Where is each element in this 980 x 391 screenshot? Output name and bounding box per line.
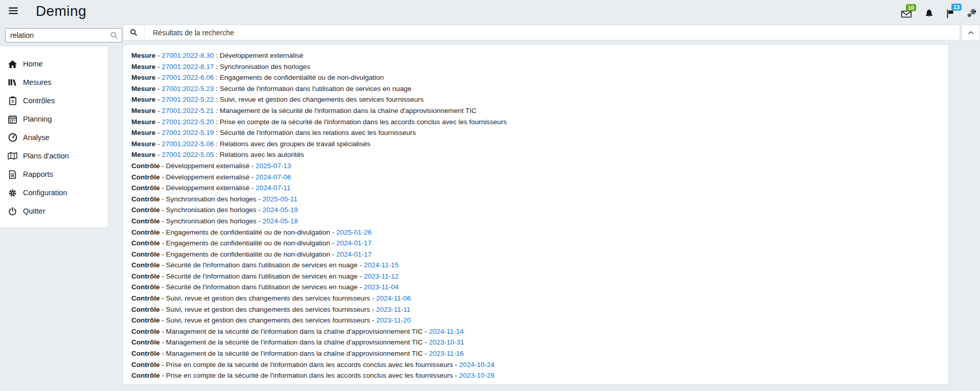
sidebar-item-planning[interactable]: Planning	[0, 110, 108, 128]
measure-ref-link[interactable]: 27001:2022-5.22	[162, 96, 214, 103]
flag-icon[interactable]: 13	[946, 9, 954, 18]
result-row: Mesure - 27001:2022-6.06 : Engagements d…	[131, 72, 940, 83]
result-type: Mesure	[131, 96, 155, 103]
bell-icon[interactable]	[924, 9, 934, 18]
control-date-link[interactable]: 2023-11-04	[364, 283, 399, 291]
result-desc: Management de la sécurité de l'informati…	[166, 350, 423, 357]
sidebar-search-input[interactable]	[5, 28, 122, 42]
report-icon	[7, 170, 18, 179]
control-date-link[interactable]: 2025-07-13	[256, 162, 291, 170]
control-date-link[interactable]: 2024-11-14	[429, 328, 464, 335]
search-results-list: Mesure - 27001:2022-8.30 : Développement…	[123, 44, 949, 385]
control-date-link[interactable]: 2024-05-19	[263, 206, 298, 214]
control-date-link[interactable]: 2024-11-06	[376, 294, 411, 302]
result-type: Contrôle	[131, 228, 160, 236]
measure-ref-link[interactable]: 27001:2022-8.30	[162, 52, 214, 59]
result-row: Mesure - 27001:2022-5.22 : Suivi, revue …	[131, 94, 940, 105]
result-row: Contrôle - Synchronisation des horloges …	[131, 194, 940, 205]
result-desc: Développement externalisé	[166, 173, 250, 181]
sidebar-item-mesures[interactable]: Mesures	[0, 73, 108, 91]
books-icon	[7, 78, 18, 86]
result-desc: Prise en compte de la sécurité de l'info…	[166, 361, 453, 369]
result-type: Contrôle	[131, 283, 160, 291]
measure-ref-link[interactable]: 27001:2022-5.21	[162, 107, 214, 114]
sidebar-item-plans-daction[interactable]: Plans d'action	[0, 147, 108, 165]
control-date-link[interactable]: 2024-07-11	[256, 184, 290, 192]
control-date-link[interactable]: 2023-11-12	[364, 272, 399, 280]
result-type: Mesure	[131, 85, 155, 93]
gears-icon[interactable]	[967, 8, 977, 18]
control-date-link[interactable]: 2023-10-31	[429, 338, 464, 346]
sidebar-search	[5, 28, 122, 42]
sidebar-item-home[interactable]: Home	[0, 55, 108, 73]
mail-badge: 10	[906, 4, 916, 11]
menu-toggle-icon[interactable]	[9, 7, 18, 14]
sidebar-item-label: Planning	[23, 115, 52, 123]
measure-ref-link[interactable]: 27001:2022-5.19	[162, 129, 214, 136]
measure-ref-link[interactable]: 27001:2022-5.20	[162, 118, 214, 126]
result-desc: Prise en compte de la sécurité de l'info…	[220, 118, 507, 126]
result-desc: Sécurité de l'information dans les relat…	[220, 129, 416, 136]
measure-ref-link[interactable]: 27001:2022-6.06	[162, 74, 214, 81]
result-desc: Développement externalisé	[166, 162, 250, 170]
result-row: Contrôle - Engagements de confidentialit…	[131, 249, 940, 260]
sidebar-item-label: Home	[23, 60, 43, 68]
sidebar-item-rapports[interactable]: Rapports	[0, 165, 108, 183]
measure-ref-link[interactable]: 27001:2022-8.17	[162, 63, 214, 71]
mail-icon[interactable]: 10	[901, 10, 912, 18]
sidebar-item-controles[interactable]: Contrôles	[0, 91, 108, 110]
result-type: Contrôle	[131, 184, 160, 192]
result-type: Contrôle	[131, 173, 160, 181]
result-row: Mesure - 27001:2022-5.19 : Sécurité de l…	[131, 127, 940, 139]
result-row: Contrôle - Management de la sécurité de …	[131, 337, 940, 348]
result-type: Contrôle	[131, 316, 160, 324]
collapse-button[interactable]	[962, 25, 980, 40]
result-type: Mesure	[131, 107, 155, 114]
control-date-link[interactable]: 2024-11-15	[364, 261, 399, 269]
result-type: Contrôle	[131, 306, 160, 313]
sidebar-item-quitter[interactable]: Quitter	[0, 202, 108, 220]
result-type: Mesure	[131, 118, 155, 126]
search-icon[interactable]	[110, 31, 118, 39]
result-desc: Développement externalisé	[220, 52, 304, 59]
result-type: Contrôle	[131, 361, 160, 369]
result-row: Mesure - 27001:2022-5.05 : Relations ave…	[131, 149, 940, 160]
result-type: Contrôle	[131, 338, 160, 346]
result-desc: Sécurité de l'information dans l'utilisa…	[166, 272, 358, 280]
control-date-link[interactable]: 2023-11-16	[429, 350, 464, 357]
result-row: Contrôle - Management de la sécurité de …	[131, 326, 940, 337]
result-row: Mesure - 27001:2022-8.17 : Synchronisati…	[131, 61, 940, 73]
control-date-link[interactable]: 2024-05-18	[263, 217, 298, 225]
result-type: Contrôle	[131, 328, 160, 335]
result-row: Contrôle - Suivi, revue et gestion des c…	[131, 293, 940, 304]
control-date-link[interactable]: 2025-01-26	[336, 228, 372, 236]
control-date-link[interactable]: 2024-10-24	[459, 361, 494, 369]
measure-ref-link[interactable]: 27001:2022-5.06	[162, 140, 214, 148]
measure-ref-link[interactable]: 27001:2022-5.05	[162, 151, 214, 158]
control-date-link[interactable]: 2024-01-17	[336, 239, 372, 247]
result-desc: Sécurité de l'information dans l'utilisa…	[166, 283, 358, 291]
result-desc: Synchronisation des horloges	[166, 206, 257, 214]
result-type: Contrôle	[131, 195, 160, 203]
control-date-link[interactable]: 2024-07-06	[256, 173, 291, 181]
control-date-link[interactable]: 2023-10-28	[459, 372, 494, 379]
sidebar-item-label: Rapports	[23, 170, 53, 178]
control-date-link[interactable]: 2023-11-20	[376, 316, 411, 324]
sidebar-item-label: Mesures	[23, 78, 52, 86]
app-title[interactable]: Deming	[36, 3, 86, 19]
clipboard-icon	[7, 96, 18, 105]
result-desc: Prise en compte de la sécurité de l'info…	[166, 372, 453, 379]
result-desc: Synchronisation des horloges	[220, 63, 310, 71]
result-type: Mesure	[131, 151, 155, 158]
result-desc: Management de la sécurité de l'informati…	[166, 338, 423, 346]
sidebar-item-configuration[interactable]: Configuration	[0, 183, 108, 202]
result-row: Contrôle - Synchronisation des horloges …	[131, 204, 940, 216]
result-row: Contrôle - Développement externalisé - 2…	[131, 160, 940, 172]
control-date-link[interactable]: 2023-11-11	[376, 306, 411, 313]
control-date-link[interactable]: 2024-01-17	[336, 250, 372, 258]
result-desc: Développement externalisé	[166, 184, 250, 192]
gear-icon	[7, 189, 18, 197]
sidebar-item-analyse[interactable]: Analyse	[0, 128, 108, 147]
measure-ref-link[interactable]: 27001:2022-5.23	[162, 85, 214, 93]
control-date-link[interactable]: 2025-05-11	[263, 195, 298, 203]
